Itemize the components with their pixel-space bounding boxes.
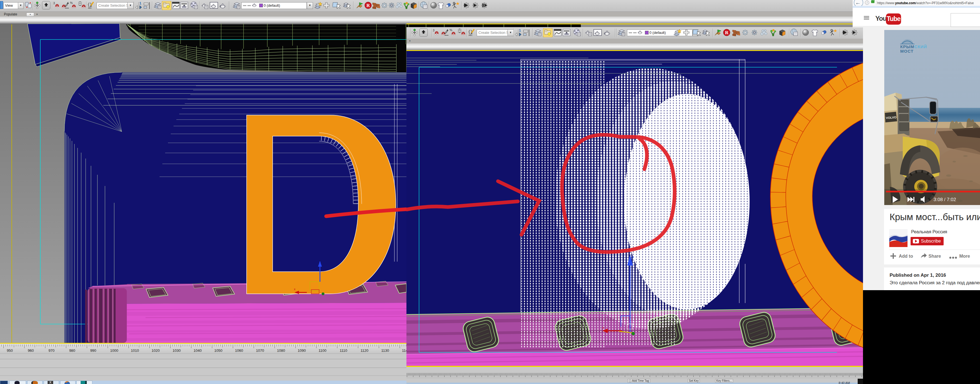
svg-text:1: 1 (519, 29, 521, 32)
svg-text:R: R (366, 3, 370, 8)
svg-text:1120: 1120 (361, 349, 368, 353)
svg-text:960: 960 (28, 349, 34, 353)
svg-text:3:08 / 7:02: 3:08 / 7:02 (934, 197, 956, 202)
svg-text:1020: 1020 (152, 349, 160, 353)
svg-text:1130: 1130 (381, 349, 389, 353)
svg-text:1: 1 (139, 2, 142, 5)
svg-text:1070: 1070 (256, 349, 264, 353)
svg-text:3: 3 (53, 2, 55, 5)
svg-text:1030: 1030 (173, 349, 181, 353)
svg-text:1110: 1110 (340, 349, 347, 353)
svg-text:z: z (632, 255, 634, 259)
svg-text:3: 3 (433, 29, 434, 32)
svg-text:%: % (70, 2, 73, 5)
svg-text:1140: 1140 (402, 349, 406, 353)
svg-text:1080: 1080 (277, 349, 285, 353)
svg-text:КРЫМСКИЙ: КРЫМСКИЙ (900, 44, 927, 49)
svg-text:x: x (602, 326, 604, 330)
svg-text:R: R (725, 30, 729, 35)
svg-text:950: 950 (7, 349, 13, 353)
svg-text:%: % (450, 29, 452, 32)
svg-text:1040: 1040 (194, 349, 202, 353)
svg-text:x: x (294, 287, 296, 291)
svg-text:ABC: ABC (469, 34, 473, 36)
svg-text:1090: 1090 (298, 349, 306, 353)
svg-text:1000: 1000 (110, 349, 118, 353)
svg-text:МОСТ: МОСТ (900, 49, 914, 54)
svg-text:1010: 1010 (131, 349, 139, 353)
svg-text:970: 970 (48, 349, 54, 353)
svg-text:1050: 1050 (215, 349, 223, 353)
svg-text:1060: 1060 (235, 349, 243, 353)
svg-text:1100: 1100 (318, 349, 326, 353)
svg-text:990: 990 (90, 349, 96, 353)
svg-text:980: 980 (69, 349, 75, 353)
svg-text:ABC: ABC (88, 7, 92, 9)
